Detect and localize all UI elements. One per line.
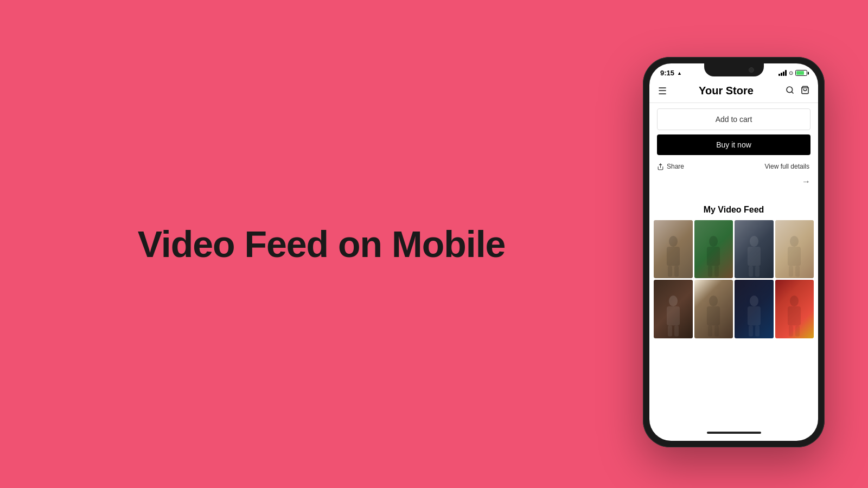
svg-rect-17 bbox=[788, 247, 801, 266]
phone-screen: 9:15 ▲ ⊙ bbox=[649, 63, 818, 441]
svg-rect-27 bbox=[714, 325, 719, 336]
header-right-icons bbox=[786, 86, 809, 97]
phone-section: 9:15 ▲ ⊙ bbox=[643, 41, 868, 447]
svg-rect-18 bbox=[789, 266, 793, 277]
store-header: ☰ Your Store bbox=[649, 80, 818, 103]
svg-rect-22 bbox=[668, 325, 672, 336]
svg-point-32 bbox=[790, 296, 799, 306]
share-label: Share bbox=[667, 163, 684, 170]
cart-icon[interactable] bbox=[801, 86, 809, 97]
video-thumbnail-2[interactable] bbox=[694, 220, 733, 278]
svg-rect-34 bbox=[789, 325, 793, 336]
svg-rect-13 bbox=[748, 247, 761, 266]
phone-frame: 9:15 ▲ ⊙ bbox=[643, 57, 825, 447]
app-content: ☰ Your Store bbox=[649, 80, 818, 441]
svg-rect-35 bbox=[795, 325, 800, 336]
svg-rect-19 bbox=[795, 266, 800, 277]
video-thumbnail-4[interactable] bbox=[775, 220, 814, 278]
video-thumbnail-5[interactable] bbox=[654, 280, 693, 338]
store-name: Your Store bbox=[699, 85, 754, 97]
video-thumbnail-1[interactable] bbox=[654, 220, 693, 278]
arrow-section: → bbox=[649, 174, 818, 190]
svg-rect-10 bbox=[708, 266, 712, 277]
svg-rect-30 bbox=[749, 325, 753, 336]
location-arrow-icon: ▲ bbox=[677, 70, 682, 76]
status-time: 9:15 ▲ bbox=[660, 69, 682, 77]
search-icon[interactable] bbox=[786, 86, 794, 97]
status-icons: ⊙ bbox=[778, 70, 807, 76]
view-full-details-link[interactable]: View full details bbox=[765, 163, 810, 170]
video-thumbnail-7[interactable] bbox=[735, 280, 774, 338]
svg-rect-26 bbox=[708, 325, 712, 336]
svg-rect-25 bbox=[707, 306, 720, 325]
share-button[interactable]: Share bbox=[657, 163, 684, 170]
svg-rect-14 bbox=[749, 266, 753, 277]
svg-line-1 bbox=[792, 92, 793, 93]
menu-icon[interactable]: ☰ bbox=[658, 86, 667, 96]
svg-point-20 bbox=[669, 296, 678, 306]
svg-point-16 bbox=[790, 236, 799, 247]
video-thumbnail-3[interactable] bbox=[735, 220, 774, 278]
home-bar bbox=[707, 432, 761, 434]
svg-point-12 bbox=[750, 236, 758, 247]
video-feed-section: My Video Feed bbox=[649, 201, 818, 428]
buy-it-now-button[interactable]: Buy it now bbox=[657, 134, 810, 155]
product-actions: Share View full details bbox=[649, 159, 818, 174]
battery-icon bbox=[795, 70, 807, 76]
svg-rect-7 bbox=[674, 266, 679, 277]
svg-rect-29 bbox=[748, 306, 761, 325]
svg-rect-23 bbox=[674, 325, 679, 336]
action-buttons: Add to cart Buy it now bbox=[649, 103, 818, 159]
video-grid bbox=[649, 220, 818, 338]
left-section: Video Feed on Mobile bbox=[0, 191, 643, 297]
svg-point-28 bbox=[750, 296, 758, 306]
add-to-cart-button[interactable]: Add to cart bbox=[657, 108, 810, 130]
svg-rect-5 bbox=[667, 247, 680, 266]
svg-rect-6 bbox=[668, 266, 672, 277]
signal-bars-icon bbox=[778, 70, 787, 76]
home-indicator bbox=[649, 428, 818, 441]
svg-point-4 bbox=[669, 236, 678, 247]
front-camera bbox=[749, 67, 754, 73]
phone-notch bbox=[704, 63, 764, 76]
video-feed-title: My Video Feed bbox=[649, 201, 818, 220]
svg-rect-33 bbox=[788, 306, 801, 325]
svg-rect-11 bbox=[714, 266, 719, 277]
svg-rect-21 bbox=[667, 306, 680, 325]
main-heading: Video Feed on Mobile bbox=[138, 224, 506, 265]
svg-rect-15 bbox=[755, 266, 760, 277]
next-arrow-icon[interactable]: → bbox=[802, 177, 810, 187]
spacer bbox=[649, 190, 818, 201]
svg-point-24 bbox=[709, 296, 718, 306]
svg-rect-9 bbox=[707, 247, 720, 266]
video-thumbnail-6[interactable] bbox=[694, 280, 733, 338]
svg-rect-31 bbox=[755, 325, 760, 336]
svg-point-8 bbox=[709, 236, 718, 247]
video-thumbnail-8[interactable] bbox=[775, 280, 814, 338]
wifi-icon: ⊙ bbox=[789, 70, 793, 76]
